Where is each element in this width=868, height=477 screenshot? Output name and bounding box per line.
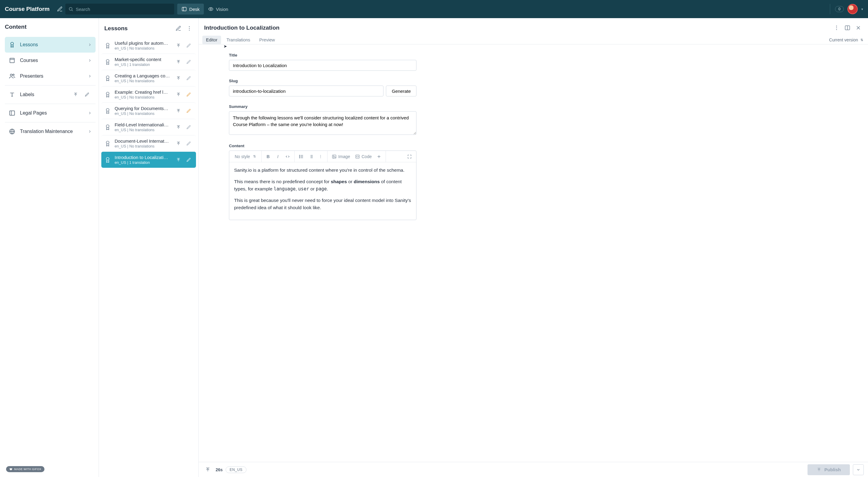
svg-point-29 (320, 158, 321, 158)
svg-point-5 (10, 74, 12, 76)
sidebar-item-courses[interactable]: Courses (5, 53, 96, 68)
chevron-right-icon (88, 74, 92, 78)
summary-input[interactable]: Through the following lessons we'll cons… (229, 111, 416, 135)
pencil-icon[interactable] (184, 155, 193, 165)
image-button[interactable]: Image (330, 152, 352, 161)
title-input[interactable] (229, 60, 416, 71)
sidebar-item-lessons[interactable]: Lessons (5, 37, 96, 53)
notification-count[interactable]: 0 (835, 6, 844, 12)
svg-point-22 (836, 29, 837, 30)
image-icon (332, 154, 337, 159)
document-title: Introduction to Localization (204, 25, 279, 31)
lesson-item[interactable]: Useful plugins for autom…en_US | No tran… (101, 37, 196, 54)
generate-button[interactable]: Generate (386, 86, 416, 96)
publish-up-icon[interactable] (203, 465, 213, 475)
lesson-item[interactable]: Introduction to Localizati…en_US | 1 tra… (101, 152, 196, 168)
chevron-right-icon (88, 129, 92, 134)
doc-more-icon[interactable] (832, 23, 841, 33)
tab-translations[interactable]: Translations (223, 36, 254, 44)
tab-preview[interactable]: Preview (255, 36, 279, 44)
svg-point-13 (106, 59, 109, 62)
publish-up-icon[interactable] (174, 139, 183, 149)
slug-input[interactable] (229, 86, 383, 96)
lesson-item[interactable]: Field-Level Internationali…en_US | No tr… (101, 119, 196, 135)
sidebar-item-labels[interactable]: Labels (5, 87, 96, 102)
expand-icon[interactable] (405, 152, 414, 161)
bullet-list-icon[interactable] (297, 152, 306, 161)
code-button[interactable]: Code (353, 152, 373, 161)
code-inline-icon[interactable] (283, 152, 292, 161)
publish-up-icon[interactable] (174, 155, 183, 165)
pencil-icon[interactable] (184, 122, 193, 132)
bold-icon[interactable]: B (264, 152, 273, 161)
lesson-title: Useful plugins for autom… (115, 40, 170, 45)
lesson-item[interactable]: Market-specific contenten_US | 1 transla… (101, 54, 196, 70)
tab-editor[interactable]: Editor (202, 36, 221, 44)
sidebar-item-label: Lessons (20, 42, 84, 47)
list-more-icon[interactable] (316, 152, 325, 161)
code-block-icon (355, 154, 360, 159)
sidebar-item-legal[interactable]: Legal Pages (5, 105, 96, 121)
search-icon (68, 6, 73, 12)
publish-up-icon[interactable] (174, 90, 183, 99)
sidebar-item-label: Presenters (20, 73, 84, 79)
svg-rect-32 (356, 155, 359, 158)
search-input[interactable] (76, 7, 171, 12)
svg-point-0 (69, 7, 72, 10)
italic-icon[interactable]: I (274, 152, 282, 161)
search-wrap[interactable] (65, 4, 174, 14)
lesson-item[interactable]: Document-Level Internat…en_US | No trans… (101, 135, 196, 152)
lesson-item[interactable]: Creating a Languages co…en_US | No trans… (101, 70, 196, 86)
ribbon-icon (104, 107, 112, 115)
vision-tab[interactable]: Vision (204, 4, 232, 14)
svg-point-14 (106, 75, 109, 78)
desk-label: Desk (189, 7, 199, 12)
publish-button[interactable]: Publish (807, 464, 850, 475)
publish-up-icon[interactable] (174, 73, 183, 83)
version-selector[interactable]: Current version ⇅ (829, 37, 863, 42)
updown-icon: ⇅ (861, 38, 863, 42)
add-block-icon[interactable] (375, 152, 383, 161)
publish-up-icon[interactable] (174, 41, 183, 51)
svg-point-26 (299, 158, 300, 158)
sidebar-item-presenters[interactable]: Presenters (5, 68, 96, 84)
style-selector[interactable]: No style ⇅ (232, 152, 259, 161)
pencil-icon[interactable] (184, 106, 193, 116)
desk-tab[interactable]: Desk (177, 4, 204, 14)
chevron-down-icon[interactable]: ▾ (861, 7, 863, 11)
avatar[interactable] (847, 4, 858, 14)
svg-point-3 (10, 42, 13, 45)
globe-icon (8, 128, 16, 135)
publish-label: Publish (825, 467, 841, 472)
ribbon-icon (104, 156, 112, 164)
new-lesson-icon[interactable] (174, 24, 183, 33)
svg-point-19 (106, 157, 109, 160)
sidebar-item-translation[interactable]: Translation Maintenance (5, 124, 96, 139)
number-list-icon[interactable] (307, 152, 315, 161)
pencil-icon[interactable] (184, 41, 193, 51)
lesson-title: Market-specific content (115, 57, 170, 62)
svg-point-18 (106, 141, 109, 144)
pencil-icon[interactable] (184, 57, 193, 67)
svg-rect-1 (182, 7, 186, 11)
more-icon[interactable] (185, 24, 194, 33)
publish-up-icon[interactable] (174, 122, 183, 132)
pencil-icon[interactable] (184, 73, 193, 83)
publish-more-icon[interactable] (853, 464, 864, 475)
pencil-icon[interactable] (184, 139, 193, 149)
split-pane-icon[interactable] (843, 23, 852, 33)
compose-icon[interactable] (55, 4, 65, 14)
updown-icon: ⇅ (253, 155, 256, 158)
lesson-list: Useful plugins for autom…en_US | No tran… (99, 37, 198, 477)
svg-point-28 (320, 156, 321, 157)
close-icon[interactable] (854, 23, 863, 33)
sidebar-item-label: Translation Maintenance (20, 129, 84, 134)
content-editor[interactable]: Sanity.io is a platform for structured c… (229, 162, 416, 220)
lesson-item[interactable]: Example: Creating href l…en_US | No tran… (101, 86, 196, 102)
publish-up-icon[interactable] (71, 90, 81, 99)
lesson-item[interactable]: Querying for Documents…en_US | No transl… (101, 102, 196, 119)
publish-up-icon[interactable] (174, 57, 183, 67)
publish-up-icon[interactable] (174, 106, 183, 116)
pencil-icon[interactable] (184, 90, 193, 99)
pencil-icon[interactable] (82, 90, 92, 99)
